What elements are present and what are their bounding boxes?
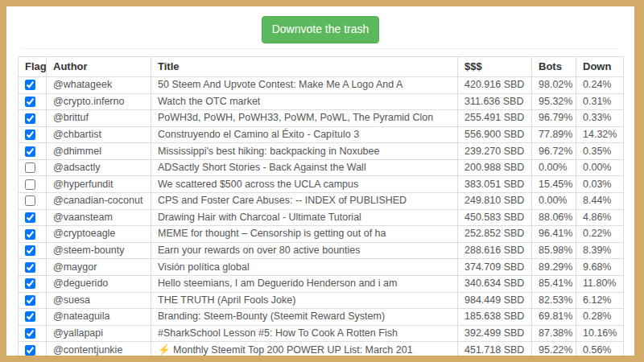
table-row: @crypto.infernoWatch the OTC market311.6…: [19, 93, 624, 110]
author-cell: @deguerido: [47, 275, 151, 292]
down-cell: 0.31%: [576, 93, 624, 110]
flag-checkbox[interactable]: [25, 262, 35, 273]
bots-cell: 77.89%: [532, 126, 576, 143]
payout-cell: 450.583 SBD: [458, 209, 532, 226]
title-cell: Branding: Steem-Bounty (Steemit Reward S…: [151, 309, 458, 326]
title-cell: THE TRUTH (April Fools Joke): [151, 292, 458, 309]
column-header-flag: Flag: [19, 57, 47, 77]
table-row: @vaansteamDrawing Hair with Charcoal - U…: [19, 209, 624, 226]
title-cell: MEME for thought – Censorship is getting…: [151, 226, 458, 243]
title-cell: Drawing Hair with Charcoal - Ultimate Tu…: [151, 209, 458, 226]
flag-cell: [19, 325, 47, 342]
table-row: @yallapapi#SharkSchool Lesson #5: How To…: [19, 325, 624, 342]
column-header-down: Down: [576, 57, 624, 77]
down-cell: 0.22%: [576, 226, 624, 243]
flag-checkbox[interactable]: [25, 146, 35, 157]
author-cell: @nateaguila: [47, 309, 151, 326]
payout-cell: 392.499 SBD: [458, 325, 532, 342]
flag-cell: [19, 176, 47, 193]
title-cell: Visión política global: [151, 259, 458, 276]
bots-cell: 87.38%: [532, 325, 576, 342]
flag-cell: [19, 143, 47, 160]
table-row: @nateaguilaBranding: Steem-Bounty (Steem…: [19, 309, 624, 326]
payout-cell: 451.718 SBD: [458, 342, 532, 356]
bots-cell: 85.41%: [532, 275, 576, 292]
title-cell: Watch the OTC market: [151, 93, 458, 110]
flag-checkbox[interactable]: [25, 278, 35, 289]
bots-cell: 95.32%: [532, 93, 576, 110]
author-cell: @cryptoeagle: [47, 226, 151, 243]
author-cell: @chbartist: [47, 126, 151, 143]
payout-cell: 288.616 SBD: [458, 242, 532, 259]
flag-checkbox[interactable]: [25, 295, 35, 306]
title-cell: #SharkSchool Lesson #5: How To Cook A Ro…: [151, 325, 458, 342]
payout-cell: 311.636 SBD: [458, 93, 532, 110]
toolbar: Downvote the trash: [6, 6, 634, 39]
flag-checkbox[interactable]: [25, 345, 35, 356]
posts-table-container: FlagAuthorTitle$$$BotsDown @whatageek50 …: [6, 56, 634, 356]
down-cell: 0.03%: [576, 176, 624, 193]
bots-cell: 96.72%: [532, 143, 576, 160]
bots-cell: 96.79%: [532, 110, 576, 127]
flag-checkbox[interactable]: [25, 162, 35, 173]
flag-checkbox[interactable]: [25, 179, 35, 190]
column-header-bots: Bots: [532, 57, 576, 77]
flag-cell: [19, 309, 47, 326]
flag-checkbox[interactable]: [25, 80, 35, 90]
title-cell: Earn your rewards on over 80 active boun…: [151, 242, 458, 259]
table-row: @contentjunkie⚡ Monthly Steemit Top 200 …: [19, 342, 624, 356]
author-cell: @canadian-coconut: [47, 193, 151, 210]
flag-cell: [19, 209, 47, 226]
table-row: @cryptoeagleMEME for thought – Censorshi…: [19, 226, 624, 243]
title-cell: We scattered $500 across the UCLA campus: [151, 176, 458, 193]
bots-cell: 95.22%: [532, 342, 576, 356]
title-cell: CPS and Foster Care Abuses: -- INDEX of …: [151, 193, 458, 210]
bots-cell: 96.41%: [532, 226, 576, 243]
column-header-title: Title: [151, 57, 458, 77]
down-cell: 11.80%: [576, 275, 624, 292]
flag-cell: [19, 342, 47, 356]
down-cell: 0.56%: [576, 342, 624, 356]
downvote-trash-button[interactable]: Downvote the trash: [262, 16, 380, 43]
down-cell: 14.32%: [576, 126, 624, 143]
flag-checkbox[interactable]: [25, 97, 35, 107]
author-cell: @dhimmel: [47, 143, 151, 160]
table-row: @suesaTHE TRUTH (April Fools Joke)984.44…: [19, 292, 624, 309]
table-row: @dhimmelMississippi's best hiking: backp…: [19, 143, 624, 160]
flag-cell: [19, 193, 47, 210]
author-cell: @crypto.inferno: [47, 93, 151, 110]
author-cell: @steem-bounty: [47, 242, 151, 259]
flag-checkbox[interactable]: [25, 113, 35, 124]
payout-cell: 340.634 SBD: [458, 275, 532, 292]
divider: [21, 48, 620, 49]
payout-cell: 420.916 SBD: [458, 77, 532, 94]
column-header-payout: $$$: [458, 57, 532, 77]
bots-cell: 98.02%: [532, 77, 576, 94]
flag-checkbox[interactable]: [25, 245, 35, 256]
bots-cell: 88.06%: [532, 209, 576, 226]
payout-cell: 249.810 SBD: [458, 193, 532, 210]
table-row: @brittufPoWH3d, PoWH, PoWH33, PoWM, PoWL…: [19, 110, 624, 127]
flag-checkbox[interactable]: [25, 212, 35, 223]
table-row: @adsactlyADSactly Short Stories - Back A…: [19, 159, 624, 176]
down-cell: 10.16%: [576, 325, 624, 342]
payout-cell: 556.900 SBD: [458, 126, 532, 143]
flag-checkbox[interactable]: [25, 130, 35, 140]
payout-cell: 200.988 SBD: [458, 159, 532, 176]
flag-cell: [19, 292, 47, 309]
table-row: @canadian-coconutCPS and Foster Care Abu…: [19, 193, 624, 210]
author-cell: @vaansteam: [47, 209, 151, 226]
payout-cell: 252.852 SBD: [458, 226, 532, 243]
flag-cell: [19, 110, 47, 127]
bots-cell: 82.53%: [532, 292, 576, 309]
down-cell: 0.28%: [576, 309, 624, 326]
flag-checkbox[interactable]: [25, 195, 35, 206]
title-cell: 50 Steem And Upvote Contest: Make Me A L…: [151, 77, 458, 94]
flag-checkbox[interactable]: [25, 229, 35, 240]
flag-cell: [19, 242, 47, 259]
flag-checkbox[interactable]: [25, 328, 35, 339]
flag-checkbox[interactable]: [25, 311, 35, 322]
flag-cell: [19, 93, 47, 110]
bots-cell: 85.98%: [532, 242, 576, 259]
flag-cell: [19, 77, 47, 94]
